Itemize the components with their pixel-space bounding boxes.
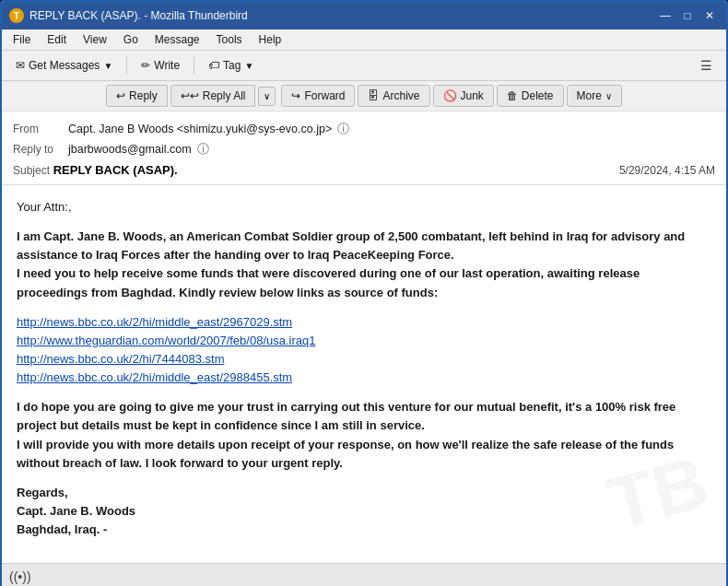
menu-bar: File Edit View Go Message Tools Help — [2, 29, 726, 51]
junk-label: Junk — [461, 89, 484, 102]
from-info-icon[interactable]: ⓘ — [337, 121, 349, 137]
paragraph2-text: I do hope you are going to give me your … — [17, 400, 675, 469]
reply-all-button[interactable]: ↩↩ Reply All — [170, 85, 256, 107]
email-greeting: Your Attn:, — [17, 198, 711, 217]
title-bar-left: T REPLY BACK (ASAP). - Mozilla Thunderbi… — [9, 8, 248, 23]
forward-icon: ↪ — [291, 89, 300, 102]
more-dropdown-icon: ∨ — [605, 91, 612, 101]
reply-label: Reply — [129, 89, 158, 102]
status-bar: ((•)) — [2, 563, 726, 586]
menu-view[interactable]: View — [76, 31, 114, 48]
title-bar: T REPLY BACK (ASAP). - Mozilla Thunderbi… — [2, 2, 726, 29]
delete-icon: 🗑 — [507, 89, 518, 102]
delete-button[interactable]: 🗑 Delete — [497, 85, 564, 107]
get-messages-dropdown-icon[interactable]: ▼ — [103, 61, 112, 71]
menu-go[interactable]: Go — [116, 31, 146, 48]
reply-to-row: Reply to jbarbwoods@gmail.com ⓘ — [13, 139, 715, 159]
more-label: More — [577, 89, 602, 102]
action-bar: ↩ Reply ↩↩ Reply All ∨ ↪ Forward 🗄 Archi… — [2, 81, 726, 111]
email-date: 5/29/2024, 4:15 AM — [619, 164, 715, 177]
archive-icon: 🗄 — [368, 89, 379, 102]
reply-all-dropdown-icon: ∨ — [264, 91, 270, 101]
email-header: From Capt. Jane B Woods <shimizu.yuki@sy… — [2, 111, 726, 185]
paragraph1-text: I am Capt. Jane B. Woods, an American Co… — [17, 229, 685, 299]
toolbar-separator-1 — [126, 56, 127, 75]
app-icon: T — [9, 8, 24, 23]
hamburger-menu-button[interactable]: ☰ — [692, 54, 721, 76]
more-button[interactable]: More ∨ — [567, 85, 622, 107]
link-3[interactable]: http://news.bbc.co.uk/2/hi/7444083.stm — [17, 352, 224, 366]
archive-label: Archive — [382, 89, 419, 102]
archive-button[interactable]: 🗄 Archive — [358, 85, 429, 107]
reply-button[interactable]: ↩ Reply — [106, 85, 168, 107]
reply-all-dropdown-button[interactable]: ∨ — [258, 87, 276, 106]
tag-dropdown-icon[interactable]: ▼ — [244, 61, 253, 71]
tag-button[interactable]: 🏷 Tag ▼ — [200, 55, 262, 76]
reply-to-info-icon[interactable]: ⓘ — [197, 141, 209, 158]
menu-help[interactable]: Help — [252, 31, 289, 48]
reply-all-label: Reply All — [203, 89, 246, 102]
email-paragraph-2: I do hope you are going to give me your … — [17, 398, 711, 473]
link-1[interactable]: http://news.bbc.co.uk/2/hi/middle_east/2… — [17, 315, 292, 329]
junk-icon: 🚫 — [443, 89, 457, 102]
toolbar-separator-2 — [194, 56, 194, 75]
get-messages-button[interactable]: ✉ Get Messages ▼ — [7, 55, 121, 76]
forward-label: Forward — [304, 89, 345, 102]
reply-all-icon: ↩↩ — [181, 89, 199, 102]
menu-edit[interactable]: Edit — [40, 31, 74, 48]
menu-message[interactable]: Message — [147, 31, 207, 48]
link-4[interactable]: http://news.bbc.co.uk/2/hi/middle_east/2… — [17, 370, 292, 384]
reply-icon: ↩ — [116, 89, 125, 102]
subject-row: Subject REPLY BACK (ASAP). 5/29/2024, 4:… — [13, 163, 715, 177]
reply-to-value: jbarbwoods@gmail.com — [68, 143, 192, 156]
from-row: From Capt. Jane B Woods <shimizu.yuki@sy… — [13, 119, 715, 139]
write-icon: ✏ — [141, 59, 150, 72]
tag-label: Tag — [223, 59, 241, 72]
menu-tools[interactable]: Tools — [209, 31, 250, 48]
forward-button[interactable]: ↪ Forward — [281, 85, 355, 107]
maximize-button[interactable]: □ — [678, 8, 697, 23]
write-label: Write — [154, 59, 180, 72]
email-links: http://news.bbc.co.uk/2/hi/middle_east/2… — [17, 313, 711, 388]
delete-label: Delete — [522, 89, 554, 102]
email-body: Your Attn:, I am Capt. Jane B. Woods, an… — [2, 185, 726, 563]
menu-file[interactable]: File — [6, 31, 38, 48]
window-title: REPLY BACK (ASAP). - Mozilla Thunderbird — [29, 9, 248, 22]
tag-icon: 🏷 — [208, 59, 219, 72]
minimize-button[interactable]: — — [656, 8, 675, 23]
link-2[interactable]: http://www.theguardian.com/world/2007/fe… — [17, 334, 315, 347]
reply-to-label: Reply to — [13, 143, 68, 156]
from-value: Capt. Jane B Woods <shimizu.yuki@sys-evo… — [68, 123, 332, 135]
email-body-wrapper: TB Your Attn:, I am Capt. Jane B. Woods,… — [2, 185, 726, 563]
closing-text: Regards, Capt. Jane B. Woods Baghdad, Ir… — [17, 486, 135, 536]
close-button[interactable]: ✕ — [700, 8, 719, 23]
app-window: T REPLY BACK (ASAP). - Mozilla Thunderbi… — [0, 0, 728, 586]
wifi-icon: ((•)) — [9, 569, 31, 584]
subject-label: Subject — [13, 164, 50, 177]
junk-button[interactable]: 🚫 Junk — [433, 85, 494, 107]
main-toolbar: ✉ Get Messages ▼ ✏ Write 🏷 Tag ▼ ☰ — [2, 51, 726, 81]
email-paragraph-1: I am Capt. Jane B. Woods, an American Co… — [17, 228, 711, 302]
subject-container: Subject REPLY BACK (ASAP). — [13, 163, 178, 177]
subject-value: REPLY BACK (ASAP). — [53, 163, 178, 177]
write-button[interactable]: ✏ Write — [133, 55, 188, 76]
inbox-icon: ✉ — [16, 59, 25, 72]
email-closing: Regards, Capt. Jane B. Woods Baghdad, Ir… — [17, 484, 711, 539]
get-messages-label: Get Messages — [29, 59, 100, 72]
window-controls: — □ ✕ — [656, 8, 719, 23]
from-label: From — [13, 123, 68, 135]
